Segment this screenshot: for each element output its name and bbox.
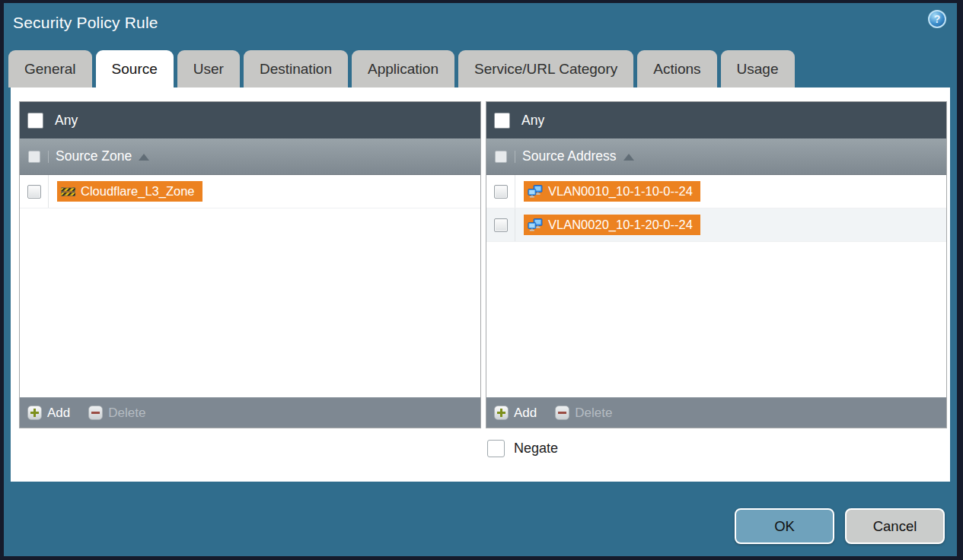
negate-label: Negate [514,441,558,457]
add-icon [494,406,509,420]
source-address-column-header[interactable]: Source Address [486,138,946,175]
source-zone-column-label: Source Zone [56,148,132,164]
delete-label: Delete [575,406,612,421]
tab-usage[interactable]: Usage [721,50,795,88]
row-checkbox-cell [20,175,49,208]
tab-bar: General Source User Destination Applicat… [8,50,795,88]
help-icon[interactable]: ? [928,10,946,28]
row-checkbox-cell [486,208,515,241]
zone-tag[interactable]: Cloudflare_L3_Zone [57,181,202,202]
source-zone-any-label: Any [55,113,78,129]
cancel-button[interactable]: Cancel [845,508,945,544]
tab-destination[interactable]: Destination [244,50,348,88]
delete-button[interactable]: Delete [88,406,145,421]
source-zone-panel-footer: Add Delete [20,397,480,428]
dialog-title: Security Policy Rule [13,14,158,32]
row-checkbox-cell [486,175,515,208]
ok-button[interactable]: OK [735,508,834,544]
row-checkbox[interactable] [27,185,41,199]
tab-general[interactable]: General [8,50,92,88]
source-address-column-label: Source Address [522,148,617,164]
delete-icon [555,406,569,420]
row-checkbox[interactable] [494,185,508,199]
source-address-panel-footer: Add Delete [486,397,946,428]
tab-user[interactable]: User [177,50,240,88]
screen: Security Policy Rule ? General Source Us… [0,0,963,560]
negate-checkbox[interactable] [487,440,505,457]
list-item[interactable]: Cloudflare_L3_Zone [20,175,480,208]
delete-label: Delete [108,406,145,421]
address-name: VLAN0010_10-1-10-0--24 [548,184,693,199]
address-tag[interactable]: VLAN0020_10-1-20-0--24 [524,215,700,235]
dialog-buttons: OK Cancel [735,508,945,544]
tab-service-url-category[interactable]: Service/URL Category [458,50,633,88]
add-label: Add [514,406,537,421]
zone-icon [61,186,75,197]
source-zone-panel: Any Source Zone [19,101,481,428]
tab-application[interactable]: Application [352,50,454,88]
list-item[interactable]: VLAN0020_10-1-20-0--24 [486,208,946,242]
delete-icon [88,406,103,420]
address-tag[interactable]: VLAN0010_10-1-10-0--24 [524,181,700,202]
negate-row: Negate [487,440,558,457]
source-address-select-all-checkbox[interactable] [495,151,507,163]
source-zone-column-header[interactable]: Source Zone [20,138,480,175]
delete-button[interactable]: Delete [555,406,612,421]
add-button[interactable]: Add [27,406,70,421]
source-zone-select-all-checkbox[interactable] [28,151,40,163]
add-icon [27,406,42,420]
add-label: Add [47,406,70,421]
source-zone-any-checkbox[interactable] [27,113,43,129]
network-icon [528,218,543,231]
zone-name: Cloudflare_L3_Zone [81,184,195,199]
source-address-any-label: Any [521,113,544,129]
sort-ascending-icon [139,154,149,161]
tab-source[interactable]: Source [96,50,174,88]
source-address-list: VLAN0010_10-1-10-0--24 [486,175,946,397]
source-zone-list: Cloudflare_L3_Zone [20,175,480,397]
add-button[interactable]: Add [494,406,537,421]
source-address-any-bar: Any [486,102,946,138]
network-icon [528,185,543,198]
source-zone-any-bar: Any [20,102,480,138]
source-address-panel: Any Source Address [486,101,947,428]
sort-ascending-icon [623,154,634,161]
address-name: VLAN0020_10-1-20-0--24 [548,218,693,232]
source-address-any-checkbox[interactable] [494,113,510,129]
row-checkbox[interactable] [494,218,508,232]
tab-actions[interactable]: Actions [637,50,716,88]
source-zone-select-all-cell [20,151,49,163]
list-item[interactable]: VLAN0010_10-1-10-0--24 [486,175,946,208]
source-address-select-all-cell [486,151,515,163]
dialog-titlebar: Security Policy Rule ? [4,3,957,50]
security-policy-rule-dialog: Security Policy Rule ? General Source Us… [4,3,957,556]
tab-content-source: Any Source Zone [11,88,950,482]
